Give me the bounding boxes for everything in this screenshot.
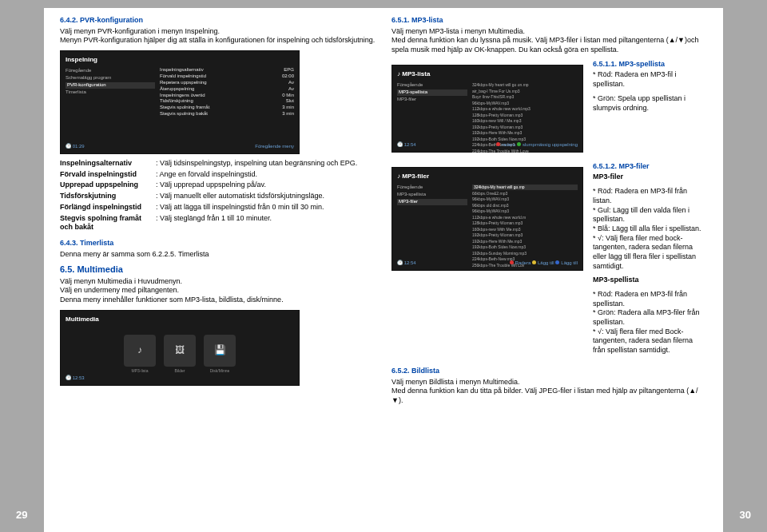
text: Välj menyn PVR-konfiguration i menyn Ins… <box>60 27 376 46</box>
music-icon: ♪ <box>124 335 156 367</box>
mm-label: Bilder <box>164 368 196 374</box>
footer-hint: Lägg till <box>561 260 578 265</box>
content-area: 6.4.2. PVR-konfiguration Välj menyn PVR-… <box>44 8 723 532</box>
list-item: 224kbps-The Trouble With Love <box>472 149 578 154</box>
cfg-label: Inspelningens övertid <box>160 93 205 99</box>
def-label: Upprepad uppspelning <box>60 181 156 190</box>
text-line: Med denna funktion kan du lyssna på musi… <box>391 36 699 54</box>
text-line: Välj menyn Multimedia i Huvudmenyn. <box>60 277 182 285</box>
list-item: air_bag-I Time For Us.mp3 <box>472 89 578 94</box>
list-item: 192kbps-Here With Me.mp3 <box>472 239 578 244</box>
list-item: MP3-spellista <box>397 192 467 198</box>
list-item: 96kbps-MyWAV.mp3 <box>472 197 578 202</box>
clock-icon: 🕐 01:29 <box>66 144 85 150</box>
def-value: Välj steglängd från 1 till 10 minuter. <box>156 214 376 232</box>
cfg-label: Förvald inspelningstid <box>160 73 206 80</box>
footer-hint: Föregående meny <box>255 144 294 150</box>
subheading: MP3-spellista <box>593 276 707 285</box>
list-item: 96kbps-MyWAV.mp3 <box>472 101 578 106</box>
bullet: * Blå: Lägg till alla filer i spellistan… <box>593 224 707 234</box>
cfg-label: Inspelningsalternativ <box>160 67 204 73</box>
cfg-label: Stegvis spolning bakåt <box>160 111 208 117</box>
cfg-label: Återuppspelning <box>160 86 194 93</box>
list-item: 96kbps old disc.mp3 <box>472 203 578 208</box>
cfg-value: 3 min <box>282 105 294 111</box>
yellow-dot-icon <box>532 260 536 264</box>
clock-icon: 🕐 12:54 <box>397 260 416 267</box>
page-number-left: 29 <box>16 509 27 521</box>
screenshot-mp3-filer: ♪ MP3-filer Föregående MP3-spellista MP3… <box>391 167 583 271</box>
cfg-value: 02:00 <box>282 73 294 80</box>
list-item: Föregående <box>397 185 467 191</box>
list-item: MP3-spellista <box>397 89 467 96</box>
time: 12:53 <box>73 375 85 380</box>
footer-hint: Lägg till <box>538 260 554 265</box>
manual-spread: 6.4.2. PVR-konfiguration Välj menyn PVR-… <box>0 0 767 532</box>
list-item: 160kbps-new Will / Me.mp3 <box>472 118 578 124</box>
cfg-value: Av <box>288 86 294 93</box>
text-line: Välj menyn PVR-konfiguration i menyn Ins… <box>60 27 220 35</box>
cfg-value: Av <box>288 80 294 86</box>
cfg-value: Slut <box>286 98 294 105</box>
bullet: * √: Välj flera filer med bock-tangenten… <box>593 234 707 272</box>
list-item: 112kbps-a whole new world.m <box>472 215 578 220</box>
list-item: 192kbps-Pretty Woman.mp3 <box>472 125 578 130</box>
heading-65: 6.5. Multimedia <box>60 264 376 275</box>
screenshot-multimedia: Multimedia ♪MP3-lista 🖼Bilder 💾Disk/Minn… <box>60 310 300 386</box>
def-label: Inspelningsalternativ <box>60 159 156 169</box>
clock-icon: 🕐 12:54 <box>397 142 416 149</box>
page-number-right: 30 <box>740 509 751 521</box>
mm-label: MP3-lista <box>124 368 156 374</box>
def-label: Stegvis spolning framåt och bakåt <box>60 214 156 232</box>
screenshot-right-list: InspelningsalternativEPG Förvald inspeln… <box>160 67 294 117</box>
bullet: * Gul: Lägg till den valda filen i spell… <box>593 206 707 224</box>
list-item: 66kbps.One&2.mp3 <box>472 191 578 197</box>
list-item: Föregående <box>397 82 467 89</box>
footer-hint: Radera <box>515 260 531 265</box>
text-line: Välj menyn MP3-lista i menyn Multimedia. <box>391 27 525 35</box>
cfg-value: 3 min <box>282 111 294 117</box>
text-line: Välj en undermeny med piltangenten. <box>60 286 179 294</box>
cfg-label: Tidsförskjutning <box>160 98 193 105</box>
list-item: Föregående <box>66 68 155 74</box>
def-label: Förlängd inspelningstid <box>60 203 156 212</box>
list-item: 128kbps-Pretty Woman.mp3 <box>472 113 578 118</box>
heading-6511: 6.5.1.1. MP3-spellista <box>593 60 707 69</box>
def-value: Välj manuellt eller automatiskt tidsförs… <box>156 192 376 201</box>
bullet: * Röd: Radera en MP3-fil från spellistan… <box>593 290 707 308</box>
music-icon: ♪ <box>397 173 400 180</box>
text-line: Välj menyn Bildlista i menyn Multimedia. <box>391 378 520 386</box>
time: 01:29 <box>73 144 85 149</box>
heading-642: 6.4.2. PVR-konfiguration <box>60 16 376 26</box>
text: Välj menyn MP3-lista i menyn Multimedia.… <box>391 27 707 55</box>
list-item: 324kbps-My heart will go on.mp <box>472 82 578 88</box>
heading-651: 6.5.1. MP3-lista <box>391 16 707 26</box>
time: 12:54 <box>404 260 416 265</box>
def-label: Tidsförskjutning <box>60 192 156 201</box>
green-dot-icon <box>517 142 521 146</box>
red-dot-icon <box>496 142 500 146</box>
mm-label: Disk/Minne <box>204 368 236 374</box>
list-item: 192kbps-Sunday Morning.mp3 <box>472 251 578 256</box>
list-item: 96kbps-MyWAV.mp3 <box>472 208 578 214</box>
left-column: 6.4.2. PVR-konfiguration Välj menyn PVR-… <box>60 16 376 532</box>
image-icon: 🖼 <box>164 335 196 367</box>
list-item: 128kbps-Pretty Woman.mp3 <box>472 220 578 226</box>
definitions-table: Inspelningsalternativ Välj tidsinspelnin… <box>60 159 376 232</box>
screenshot-left-list: Föregående Schemalägg program PVR-konfig… <box>66 67 155 117</box>
disk-icon: 💾 <box>204 335 236 367</box>
bullet: * √: Välj flera filer med Bock-tangenten… <box>593 328 707 355</box>
cfg-value: EPG <box>284 67 294 73</box>
list-item: 160kbps-new With Me.mp3 <box>472 227 578 232</box>
blue-dot-icon <box>555 260 559 264</box>
def-value: Välj att lägga till inspelningstid från … <box>156 203 376 212</box>
heading-643: 6.4.3. Timerlista <box>60 239 376 248</box>
subheading: MP3-filer <box>593 173 707 182</box>
list-item: 112kbps-a whole new world.mp3 <box>472 106 578 112</box>
screenshot-title: Multimedia <box>66 316 294 324</box>
time: 12:54 <box>404 142 416 147</box>
text: Välj menyn Bildlista i menyn Multimedia.… <box>391 378 707 406</box>
list-item: Schemalägg program <box>66 75 155 81</box>
bullet: * Röd: Radera en MP3-fil från listan. <box>593 187 707 205</box>
bullet: * Grön: Spela upp spellistan i slumpvis … <box>593 94 707 113</box>
